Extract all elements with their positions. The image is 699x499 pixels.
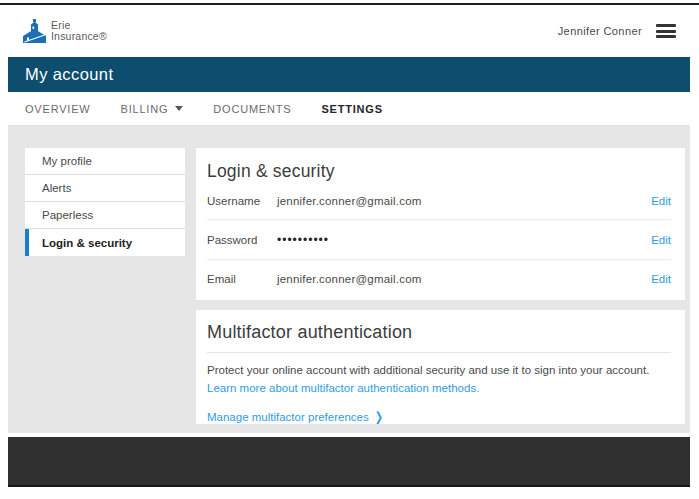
learn-more-link[interactable]: Learn more about multifactor authenticat… <box>207 380 479 398</box>
password-row: Password •••••••••• Edit <box>207 220 671 260</box>
erie-logo-icon <box>22 18 47 44</box>
tab-billing-label: BILLING <box>121 103 169 115</box>
tab-settings[interactable]: SETTINGS <box>321 103 382 115</box>
username-value: jennifer.conner@gmail.com <box>277 195 651 207</box>
email-value: jennifer.conner@gmail.com <box>277 273 651 285</box>
sidebar-item-login-security[interactable]: Login & security <box>25 229 185 256</box>
tab-settings-label: SETTINGS <box>321 103 382 115</box>
tab-documents[interactable]: DOCUMENTS <box>213 103 291 115</box>
tab-overview[interactable]: OVERVIEW <box>25 103 91 115</box>
site-footer <box>8 437 690 487</box>
manage-multifactor-link[interactable]: Manage multifactor preferences ❯ <box>207 411 383 423</box>
tab-documents-label: DOCUMENTS <box>213 103 291 115</box>
manage-multifactor-label: Manage multifactor preferences <box>207 411 369 423</box>
login-security-card: Login & security Username jennifer.conne… <box>196 148 685 300</box>
edit-username-button[interactable]: Edit <box>651 195 671 207</box>
tab-overview-label: OVERVIEW <box>25 103 91 115</box>
multifactor-description: Protect your online account with additio… <box>207 362 671 398</box>
user-name[interactable]: Jennifer Conner <box>558 25 642 37</box>
tab-billing[interactable]: BILLING <box>121 103 184 115</box>
logo-line2: Insurance® <box>51 31 107 42</box>
username-row: Username jennifer.conner@gmail.com Edit <box>207 182 671 220</box>
multifactor-card: Multifactor authentication Protect your … <box>196 310 685 424</box>
sidebar-item-label: Alerts <box>42 182 71 194</box>
sidebar-item-label: Paperless <box>42 209 93 221</box>
page: Erie Insurance® Jennifer Conner My accou… <box>0 0 699 499</box>
page-title: My account <box>25 65 113 84</box>
logo-wordmark: Erie Insurance® <box>51 20 107 42</box>
password-value: •••••••••• <box>277 233 651 247</box>
chevron-right-icon: ❯ <box>375 410 383 424</box>
sidebar-item-alerts[interactable]: Alerts <box>25 175 185 202</box>
email-row: Email jennifer.conner@gmail.com Edit <box>207 260 671 297</box>
login-security-title: Login & security <box>207 161 671 182</box>
sidebar-item-label: My profile <box>42 155 92 167</box>
settings-sidebar: My profile Alerts Paperless Login & secu… <box>25 148 185 433</box>
sidebar-item-paperless[interactable]: Paperless <box>25 202 185 229</box>
tab-bar: OVERVIEW BILLING DOCUMENTS SETTINGS <box>8 92 690 126</box>
edit-email-button[interactable]: Edit <box>651 273 671 285</box>
sidebar-item-label: Login & security <box>42 237 132 249</box>
main-panel: Login & security Username jennifer.conne… <box>196 148 685 433</box>
multifactor-title: Multifactor authentication <box>207 322 671 353</box>
username-label: Username <box>207 195 277 207</box>
erie-insurance-logo[interactable]: Erie Insurance® <box>22 18 107 44</box>
content-area: My profile Alerts Paperless Login & secu… <box>8 126 690 433</box>
dropdown-arrow-icon <box>175 106 183 111</box>
manage-preferences-row: Manage multifactor preferences ❯ <box>207 411 671 423</box>
site-header: Erie Insurance® Jennifer Conner <box>8 5 690 57</box>
window-top-border <box>0 3 699 5</box>
sidebar-item-my-profile[interactable]: My profile <box>25 148 185 175</box>
header-right: Jennifer Conner <box>558 24 676 38</box>
multifactor-description-text: Protect your online account with additio… <box>207 364 649 376</box>
menu-icon[interactable] <box>656 24 676 38</box>
password-label: Password <box>207 234 277 246</box>
email-label: Email <box>207 273 277 285</box>
page-banner: My account <box>8 57 690 92</box>
edit-password-button[interactable]: Edit <box>651 234 671 246</box>
